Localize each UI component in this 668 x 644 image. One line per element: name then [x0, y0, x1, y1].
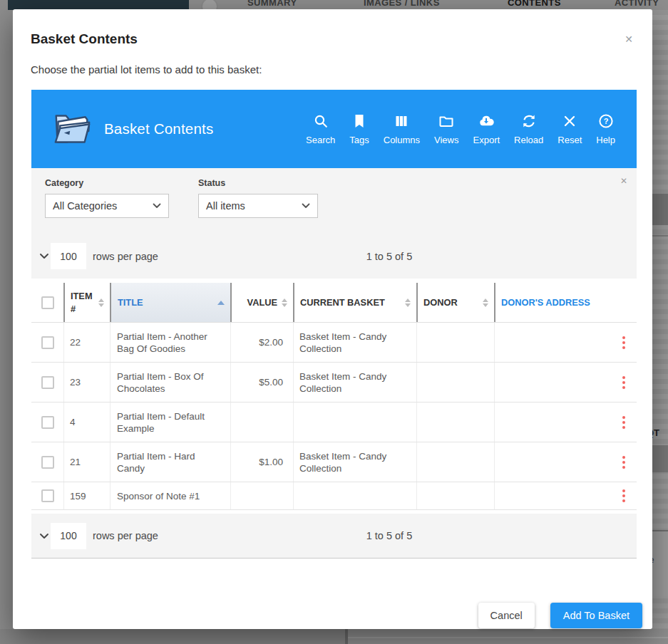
sort-icon — [282, 298, 287, 307]
screen: SUMMARY IMAGES / LINKS CONTENTS ACTIVITY… — [0, 0, 668, 644]
panel-title: Basket Contents — [104, 120, 213, 137]
open-folder-icon — [50, 110, 94, 147]
rows-per-page-value[interactable]: 100 — [51, 243, 86, 269]
status-select[interactable]: All items — [198, 194, 318, 218]
table-row: 159 Sponsor of Note #1 — [31, 482, 637, 510]
tags-icon — [351, 113, 368, 130]
reload-icon — [520, 113, 538, 130]
search-button[interactable]: Search — [299, 113, 342, 145]
views-folder-icon — [438, 113, 455, 130]
dialog-title: Basket Contents — [13, 9, 652, 47]
row-range-label: 1 to 5 of 5 — [366, 251, 413, 262]
tab-contents[interactable]: CONTENTS — [508, 0, 561, 8]
row-actions-kebab-icon[interactable] — [621, 333, 627, 351]
row-checkbox[interactable] — [41, 416, 54, 429]
help-icon: ? — [597, 113, 615, 130]
status-label: Status — [198, 178, 318, 188]
table-row: 22 Partial Item - Another Bag Of Goodies… — [31, 323, 637, 363]
basket-contents-dialog: Basket Contents ✕ Choose the partial lot… — [13, 9, 652, 629]
row-actions-kebab-icon[interactable] — [621, 413, 627, 431]
column-header-donor[interactable]: DONOR — [416, 283, 494, 322]
cancel-button[interactable]: Cancel — [478, 603, 535, 628]
background-header-bar — [8, 0, 189, 10]
row-checkbox[interactable] — [41, 376, 54, 389]
chevron-down-icon — [302, 203, 310, 209]
tab-images-links[interactable]: IMAGES / LINKS — [364, 0, 440, 8]
tab-activity[interactable]: ACTIVITY — [615, 0, 659, 8]
row-range-label: 1 to 5 of 5 — [366, 530, 413, 541]
column-header-value[interactable]: VALUE — [230, 283, 293, 322]
sort-icon — [483, 298, 488, 307]
table-row: 4 Partial Item - Default Example — [31, 402, 637, 442]
add-to-basket-button[interactable]: Add To Basket — [550, 603, 642, 628]
svg-text:?: ? — [603, 117, 608, 125]
row-actions-kebab-icon[interactable] — [621, 453, 627, 471]
row-checkbox[interactable] — [41, 489, 54, 502]
row-actions-kebab-icon[interactable] — [621, 373, 627, 391]
columns-button[interactable]: Columns — [376, 113, 427, 145]
basket-contents-panel: Basket Contents Search Tags — [31, 90, 637, 559]
column-header-donors-address[interactable]: DONOR'S ADDRESS — [494, 283, 637, 322]
search-icon — [312, 113, 329, 130]
select-all-checkbox[interactable] — [41, 296, 54, 309]
table-header-row: ITEM # TITLE VALUE CURRENT BASKET — [31, 283, 637, 323]
close-icon[interactable]: ✕ — [625, 34, 633, 44]
filters-area: ✕ Category All Categories Status All ite… — [31, 168, 637, 279]
help-button[interactable]: ? Help — [589, 113, 622, 145]
sort-ascending-icon — [217, 301, 225, 305]
reset-button[interactable]: Reset — [550, 113, 589, 145]
background-footer-area — [0, 629, 668, 644]
export-cloud-icon — [478, 113, 495, 130]
columns-icon — [393, 113, 410, 130]
sort-icon — [405, 298, 411, 307]
category-label: Category — [45, 178, 169, 188]
column-header-current-basket[interactable]: CURRENT BASKET — [293, 283, 416, 322]
rows-per-page-chevron-icon[interactable] — [39, 533, 49, 539]
sort-icon — [98, 298, 104, 307]
rows-per-page-value[interactable]: 100 — [51, 523, 86, 549]
pagination-bottom: 100 rows per page 1 to 5 of 5 — [31, 514, 637, 559]
chevron-down-icon — [153, 203, 161, 209]
panel-header: Basket Contents Search Tags — [31, 90, 637, 168]
table-row: 23 Partial Item - Box Of Chocolates $5.0… — [31, 363, 637, 402]
tab-summary[interactable]: SUMMARY — [247, 0, 297, 8]
tags-button[interactable]: Tags — [342, 113, 376, 145]
reset-x-icon — [561, 113, 578, 130]
dialog-subtitle: Choose the partial lot items to add to t… — [13, 47, 652, 76]
pagination-top: 100 rows per page 1 to 5 of 5 — [31, 243, 637, 269]
reload-button[interactable]: Reload — [507, 113, 550, 145]
rows-per-page-chevron-icon[interactable] — [39, 253, 49, 259]
table-row: 21 Partial Item - Hard Candy $1.00 Baske… — [31, 442, 637, 482]
export-button[interactable]: Export — [466, 113, 508, 145]
panel-toolbar: Search Tags Columns — [299, 113, 637, 145]
row-actions-kebab-icon[interactable] — [621, 487, 627, 505]
filters-dismiss-icon[interactable]: ✕ — [620, 176, 627, 186]
column-header-title[interactable]: TITLE — [110, 283, 230, 322]
row-checkbox[interactable] — [41, 336, 54, 349]
category-select[interactable]: All Categories — [45, 194, 169, 218]
rows-per-page-label: rows per page — [93, 251, 158, 262]
column-header-item-number[interactable]: ITEM # — [63, 283, 110, 322]
items-table: ITEM # TITLE VALUE CURRENT BASKET — [31, 283, 637, 510]
views-button[interactable]: Views — [427, 113, 466, 145]
row-checkbox[interactable] — [41, 456, 54, 469]
rows-per-page-label: rows per page — [93, 530, 158, 541]
dialog-footer: Cancel Add To Basket — [13, 603, 652, 628]
